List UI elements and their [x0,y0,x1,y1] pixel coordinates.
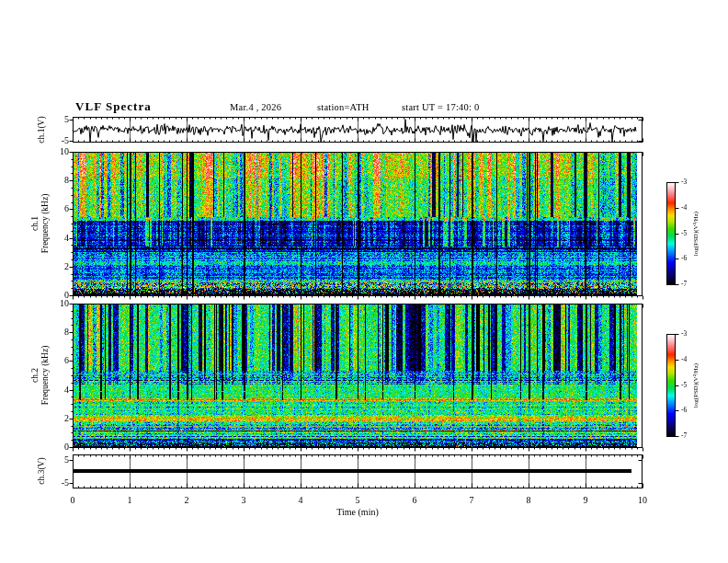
spec2-y-tick-label: 10 [60,299,69,308]
spec1-axis-label-line2: Frequency (kHz) [40,194,50,254]
x-tick-label: 6 [413,496,417,505]
spec1-axis-label-line1: ch.1 [30,194,40,254]
vlf-spectra-figure: VLF Spectra Mar.4 , 2026 station=ATH sta… [0,0,728,563]
spec2-axis-label-line2: Frequency (kHz) [40,346,50,406]
colorbar1-unit-label: log(PSD)(V²/Hz) [693,212,700,256]
spec2-axis-label-line1: ch.2 [30,346,40,406]
colorbar2-tick-label: -5 [681,382,687,389]
colorbar2-tick-label: -3 [681,330,687,338]
colorbar2-tick-label: -4 [681,356,687,363]
colorbar1-tick-label: -3 [681,178,687,186]
colorbar1-tick-label: -7 [681,281,687,288]
spec2-y-tick-label: 0 [64,442,69,452]
spec2-y-tick-label: 2 [64,414,69,423]
x-tick-label: 1 [128,496,132,505]
spec1-y-tick-label: 6 [64,204,69,213]
spec2-axis-label: ch.2 Frequency (kHz) [30,346,50,406]
x-tick-label: 5 [356,496,360,505]
x-tick-label: 10 [638,496,647,505]
date-label: Mar.4 , 2026 [230,103,281,113]
spec2-y-tick-label: 4 [64,385,69,395]
x-tick-label: 3 [242,496,246,505]
ch3-wave-y-tick-label: 5 [64,455,69,465]
colorbar1-tick-label: -4 [681,204,687,212]
ch3-voltage-axis-label: ch.3(V) [38,457,47,484]
x-tick-label: 9 [584,496,588,505]
spec1-y-tick-label: 2 [64,262,69,271]
ch3-wave-y-tick-label: -5 [62,478,69,488]
colorbar2-tick-label: -6 [681,408,687,415]
spec1-axis-label: ch.1 Frequency (kHz) [30,194,50,254]
x-tick-label: 4 [299,496,303,505]
spec2-y-tick-label: 6 [64,356,69,365]
x-tick-label: 8 [527,496,531,505]
start-ut-label: start UT = 17:40: 0 [402,103,479,113]
x-tick-label: 2 [185,496,189,505]
colorbar2-tick-label: -7 [681,432,687,440]
station-label: station=ATH [317,103,370,113]
colorbar2-unit-label: log(PSD)(V²/Hz) [693,363,700,408]
ch1-wave-y-tick-label: -5 [62,136,69,145]
ch1-wave-y-tick-label: 5 [64,115,69,124]
spec1-y-tick-label: 4 [64,234,69,243]
x-tick-label: 7 [470,496,474,505]
colorbar1-tick-label: -5 [681,230,687,237]
spec1-y-tick-label: 8 [64,176,69,185]
x-tick-label: 0 [71,496,75,505]
time-axis-label: Time (min) [336,508,378,517]
figure-title: VLF Spectra [75,100,152,112]
colorbar1-tick-label: -6 [681,256,687,263]
spec2-y-tick-label: 8 [64,327,69,337]
ch1-voltage-axis-label: ch.1(V) [38,116,47,143]
plot-canvas [0,0,728,563]
spec1-y-tick-label: 10 [60,147,69,156]
